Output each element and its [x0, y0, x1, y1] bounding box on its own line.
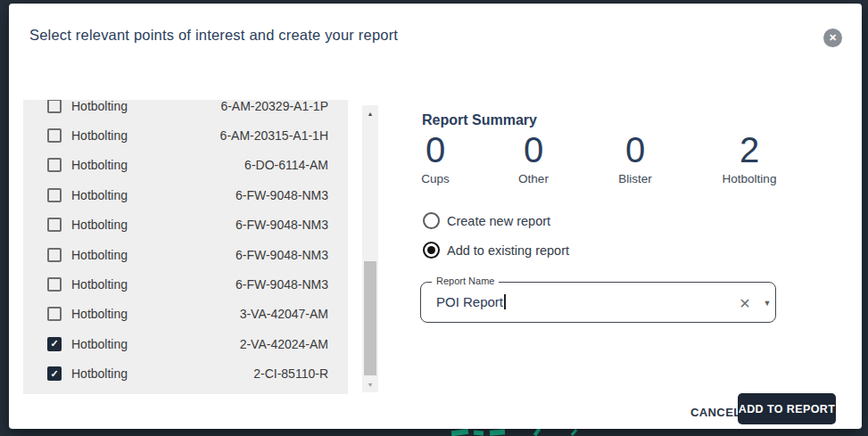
list-scrollbar[interactable]: ▲ ▼ [362, 105, 378, 392]
app-screen: Select relevant points of interest and c… [0, 0, 868, 436]
scroll-down-icon[interactable]: ▼ [362, 378, 378, 391]
scroll-up-icon[interactable]: ▲ [362, 107, 378, 119]
count-value: 0 [489, 130, 578, 169]
poi-id-label: 3-VA-42047-AM [240, 307, 328, 321]
poi-id-label: 6-FW-9048-NM3 [236, 277, 328, 292]
count-value: 0 [591, 130, 680, 169]
poi-list: ✓ Hotbolting 6-AM-20329-A1-1P ✓ Hotbolti… [23, 100, 348, 394]
poi-type-label: Hotbolting [71, 307, 128, 321]
dropdown-arrow-icon[interactable]: ▼ [758, 294, 776, 312]
report-name-field-label: Report Name [432, 276, 499, 286]
poi-checkbox[interactable]: ✓ [47, 158, 62, 172]
poi-type-label: Hotbolting [71, 218, 128, 232]
poi-list-item[interactable]: ✓ Hotbolting 6-FW-9048-NM3 [23, 210, 348, 240]
count-value: 2 [705, 130, 794, 169]
map-fragment [571, 429, 577, 436]
radio-button[interactable] [423, 212, 440, 229]
poi-checkbox[interactable]: ✓ [47, 188, 62, 202]
poi-list-item[interactable]: ✓ Hotbolting 6-AM-20315-A1-1H [23, 120, 348, 150]
text-cursor [504, 294, 506, 309]
summary-count-other: 0 Other [489, 130, 578, 185]
option-add-to-existing-report[interactable]: Add to existing report [423, 242, 569, 259]
poi-checkbox[interactable]: ✓ [47, 307, 62, 321]
summary-count-blister: 0 Blister [591, 130, 680, 185]
count-label: Cups [391, 172, 480, 185]
map-fragment [451, 429, 469, 436]
map-fragment [533, 428, 541, 436]
report-name-input[interactable]: POI Report [436, 294, 506, 309]
count-label: Other [489, 172, 578, 185]
option-create-new-report[interactable]: Create new report [423, 212, 550, 229]
poi-id-label: 2-VA-42024-AM [240, 337, 328, 351]
poi-type-label: Hotbolting [71, 100, 128, 113]
poi-id-label: 6-FW-9048-NM3 [236, 188, 328, 202]
count-label: Hotbolting [705, 172, 794, 185]
poi-checkbox[interactable]: ✓ [47, 248, 62, 262]
checkmark-icon: ✓ [50, 369, 58, 379]
scrollbar-thumb[interactable] [364, 261, 376, 375]
poi-type-label: Hotbolting [71, 188, 128, 202]
dialog-title: Select relevant points of interest and c… [29, 27, 398, 44]
add-to-report-button[interactable]: ADD TO REPORT [738, 393, 836, 424]
clear-icon[interactable]: ✕ [735, 293, 755, 313]
radio-button[interactable] [423, 242, 440, 259]
poi-checkbox[interactable]: ✓ [47, 337, 62, 351]
poi-rows: ✓ Hotbolting 6-AM-20329-A1-1P ✓ Hotbolti… [23, 100, 348, 389]
summary-count-cups: 0 Cups [391, 130, 480, 185]
poi-type-label: Hotbolting [71, 366, 128, 381]
poi-checkbox[interactable]: ✓ [47, 366, 62, 381]
close-icon[interactable]: ✕ [823, 29, 842, 47]
poi-checkbox[interactable]: ✓ [47, 218, 62, 232]
option-label: Add to existing report [447, 243, 569, 258]
summary-count-hotbolting: 2 Hotbolting [705, 130, 794, 185]
create-report-dialog: Select relevant points of interest and c… [9, 4, 862, 429]
report-summary-title: Report Summary [422, 112, 537, 128]
count-label: Blister [591, 172, 680, 185]
option-label: Create new report [447, 214, 550, 228]
poi-id-label: 6-FW-9048-NM3 [236, 248, 328, 262]
poi-id-label: 2-CI-85110-R [253, 366, 328, 381]
poi-type-label: Hotbolting [71, 277, 128, 292]
poi-checkbox[interactable]: ✓ [47, 128, 62, 143]
poi-id-label: 6-AM-20315-A1-1H [220, 128, 328, 143]
poi-type-label: Hotbolting [71, 158, 128, 172]
poi-list-item[interactable]: ✓ Hotbolting 6-AM-20329-A1-1P [23, 100, 348, 120]
poi-id-label: 6-DO-6114-AM [244, 158, 328, 172]
poi-list-item[interactable]: ✓ Hotbolting 2-VA-42024-AM [23, 329, 348, 358]
checkmark-icon: ✓ [50, 339, 58, 349]
poi-type-label: Hotbolting [71, 248, 128, 262]
poi-checkbox[interactable]: ✓ [47, 277, 62, 292]
poi-list-item[interactable]: ✓ Hotbolting 6-FW-9048-NM3 [23, 180, 348, 210]
poi-list-item[interactable]: ✓ Hotbolting 6-FW-9048-NM3 [23, 240, 348, 269]
poi-list-item[interactable]: ✓ Hotbolting 3-VA-42047-AM [23, 300, 348, 329]
poi-list-item[interactable]: ✓ Hotbolting 6-FW-9048-NM3 [23, 269, 348, 299]
poi-list-item[interactable]: ✓ Hotbolting 2-CI-85110-R [23, 359, 348, 389]
map-fragment [474, 431, 484, 436]
poi-type-label: Hotbolting [71, 337, 128, 351]
report-name-field[interactable]: Report Name POI Report ✕ ▼ [420, 282, 776, 323]
poi-id-label: 6-FW-9048-NM3 [236, 218, 328, 232]
poi-type-label: Hotbolting [71, 128, 128, 143]
count-value: 0 [391, 130, 480, 169]
poi-checkbox[interactable]: ✓ [47, 100, 62, 113]
poi-list-item[interactable]: ✓ Hotbolting 6-DO-6114-AM [23, 151, 348, 180]
map-fragment [490, 429, 505, 435]
radio-dot [427, 246, 435, 254]
poi-id-label: 6-AM-20329-A1-1P [220, 100, 328, 113]
